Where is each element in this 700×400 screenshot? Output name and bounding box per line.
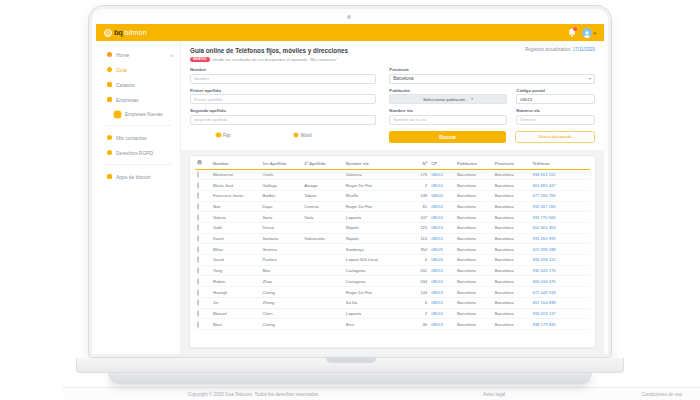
row-select-radio[interactable] bbox=[197, 246, 199, 253]
row-select-radio[interactable] bbox=[197, 267, 199, 274]
numero-via-input[interactable] bbox=[516, 115, 595, 125]
column-header-col-pro[interactable]: Provincia bbox=[493, 158, 531, 170]
column-header-col-via[interactable]: Nombre vía bbox=[344, 158, 411, 170]
codigo-postal-input[interactable] bbox=[516, 94, 595, 104]
cp-link[interactable]: 08010 bbox=[431, 204, 443, 209]
sidebar-item-empresas-nuevas[interactable]: Empresas Nuevas bbox=[96, 107, 180, 121]
cp-link[interactable]: 08004 bbox=[431, 193, 443, 198]
sidebar-item-catastro[interactable]: Catastro bbox=[96, 77, 180, 92]
cp-link[interactable]: 08013 bbox=[431, 322, 443, 327]
row-select-radio[interactable] bbox=[197, 299, 199, 306]
column-header-col-num[interactable]: Nº bbox=[411, 158, 429, 170]
sidebar-collapse-icon[interactable]: « bbox=[170, 52, 173, 58]
provincia-select[interactable]: Barcelona ▾ bbox=[389, 74, 595, 84]
row-select-radio[interactable] bbox=[197, 214, 199, 221]
search-button[interactable]: Buscar bbox=[389, 131, 506, 143]
column-header-col-a1[interactable]: 1er Apellido bbox=[261, 158, 303, 170]
cell-col-nom: Francisco Javier bbox=[211, 190, 261, 201]
telefono-link[interactable]: 655 034 576 bbox=[532, 279, 555, 284]
notifications-button[interactable] bbox=[568, 28, 576, 37]
user-menu[interactable]: ▾ bbox=[582, 28, 596, 38]
cp-link[interactable]: 08013 bbox=[431, 300, 443, 305]
cell-col-a2: Valenzuela bbox=[302, 233, 344, 244]
cp-link[interactable]: 08013 bbox=[431, 311, 443, 316]
contacts-icon bbox=[107, 135, 112, 140]
row-select-radio[interactable] bbox=[197, 256, 199, 263]
row-select-radio[interactable] bbox=[197, 278, 199, 285]
telefono-link[interactable]: 622 698 188 bbox=[532, 247, 555, 252]
telefono-link[interactable]: 938 179 845 bbox=[532, 322, 555, 327]
primer-apellido-input[interactable] bbox=[190, 94, 376, 104]
cp-link[interactable]: 08013 bbox=[431, 290, 443, 295]
sidebar-item-home[interactable]: Home« bbox=[96, 47, 180, 62]
chevron-down-icon: ▼ bbox=[471, 97, 474, 101]
row-select-radio[interactable] bbox=[197, 310, 199, 317]
row-select-radio[interactable] bbox=[197, 171, 199, 178]
cp-link[interactable]: 08010 bbox=[431, 183, 443, 188]
user-avatar bbox=[582, 28, 592, 38]
column-header-col-a2[interactable]: 2º Apellido bbox=[302, 158, 344, 170]
codigo-postal-label: Código postal bbox=[516, 88, 595, 93]
telefono-link[interactable]: 671 446 518 bbox=[532, 290, 555, 295]
fijo-radio[interactable] bbox=[216, 133, 221, 138]
telefono-link[interactable]: 651 104 838 bbox=[532, 300, 555, 305]
cell-col-pob: Barcelona bbox=[455, 287, 493, 298]
cell-col-pob: Barcelona bbox=[455, 308, 493, 319]
row-select-radio[interactable] bbox=[197, 235, 199, 242]
cp-link[interactable]: 08013 bbox=[431, 215, 443, 220]
table-row: Francisco JavierBaldiniTaboniMurillo1480… bbox=[195, 190, 590, 201]
row-select-radio[interactable] bbox=[197, 224, 199, 231]
cp-link[interactable]: 08013 bbox=[431, 236, 443, 241]
nombre-via-input[interactable] bbox=[389, 115, 507, 125]
nombre-input[interactable] bbox=[190, 74, 376, 84]
cp-link[interactable]: 08013 bbox=[431, 279, 443, 284]
row-select-radio[interactable] bbox=[197, 321, 199, 328]
print-column-header[interactable] bbox=[195, 158, 211, 170]
cell-col-a2 bbox=[302, 308, 344, 319]
telefono-link[interactable]: 931 770 565 bbox=[532, 215, 555, 220]
movil-radio[interactable] bbox=[294, 133, 299, 138]
sidebar-divider bbox=[104, 164, 172, 165]
cell-col-nom: Ruben bbox=[211, 276, 261, 287]
column-header-col-nom[interactable]: Nombre bbox=[211, 158, 261, 170]
footer-legal-link[interactable]: Aviso legal bbox=[483, 392, 505, 397]
row-select-radio[interactable] bbox=[197, 203, 199, 210]
telefono-link[interactable]: 933 203 137 bbox=[532, 311, 555, 316]
row-select-radio[interactable] bbox=[197, 192, 199, 199]
sidebar-item-mis-contactos[interactable]: Mis contactos bbox=[96, 130, 180, 145]
brand-logo[interactable]: @ bq bitmón bbox=[104, 28, 147, 37]
cell-col-a2 bbox=[302, 297, 344, 308]
telefono-link[interactable]: 651 865 447 bbox=[532, 183, 555, 188]
cell-col-num: 2 bbox=[411, 308, 429, 319]
column-header-col-tel[interactable]: Teléfono bbox=[530, 158, 574, 170]
new-search-button[interactable]: Nueva búsqueda bbox=[515, 131, 595, 143]
cp-link[interactable]: 08013 bbox=[431, 172, 443, 177]
telefono-link[interactable]: 652 461 363 bbox=[532, 225, 555, 230]
cp-link[interactable]: 08013 bbox=[431, 225, 443, 230]
poblacion-select[interactable]: Seleccionar población... ▼ bbox=[389, 94, 507, 104]
cp-link[interactable]: 08013 bbox=[431, 268, 443, 273]
footer-terms-link[interactable]: Condiciones de uso bbox=[642, 392, 682, 397]
telefono-link[interactable]: 677 266 790 bbox=[532, 193, 555, 198]
row-select-radio[interactable] bbox=[197, 289, 199, 296]
sidebar-item-empresas[interactable]: Empresas bbox=[96, 92, 180, 107]
sidebar-item-gu-a[interactable]: Guía bbox=[96, 62, 180, 77]
telefono-link[interactable]: 932 443 176 bbox=[532, 268, 555, 273]
telefono-link[interactable]: 932 457 280 bbox=[532, 204, 555, 209]
row-select-radio[interactable] bbox=[197, 182, 199, 189]
cp-link[interactable]: 08025 bbox=[431, 247, 443, 252]
cell-col-via: Sicília bbox=[344, 297, 411, 308]
table-row: HuangliChengRoger De Flor14408013Barcelo… bbox=[195, 287, 590, 298]
sidebar-item-derechos-rgpd[interactable]: Derechos RGPD bbox=[96, 145, 180, 160]
telefono-link[interactable]: 934 551 152 bbox=[532, 172, 555, 177]
nombre-via-label: Nombre vía bbox=[389, 108, 507, 113]
segundo-apellido-input[interactable] bbox=[190, 115, 376, 125]
telefono-link[interactable]: 933 265 999 bbox=[532, 236, 555, 241]
column-header-col-pob[interactable]: Población bbox=[455, 158, 493, 170]
telefono-link[interactable]: 934 558 122 bbox=[532, 257, 555, 262]
column-header-col-cp[interactable]: CP bbox=[429, 158, 455, 170]
laptop-base bbox=[76, 358, 624, 373]
sidebar-item-apps-de-bitm-n[interactable]: Apps de bitmón bbox=[96, 169, 180, 184]
cp-link[interactable]: 08025 bbox=[431, 257, 443, 262]
table-row: KarenSantanaValenzuelaNápols11308013Barc… bbox=[195, 233, 590, 244]
